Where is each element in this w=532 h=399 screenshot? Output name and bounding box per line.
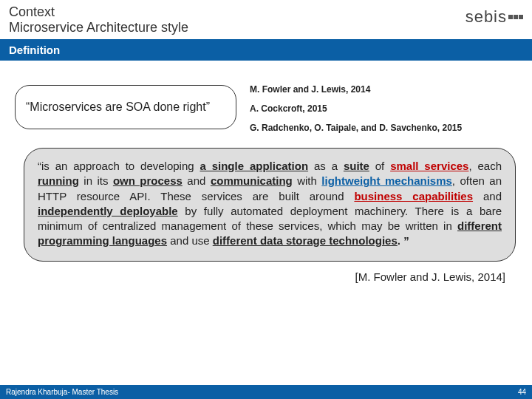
slide-header: Context Microservice Architecture style … <box>0 0 532 38</box>
q-inits: in its <box>79 174 113 187</box>
q-diff-data: different data storage technologies <box>213 234 398 247</box>
references-list: M. Fowler and J. Lewis, 2014 A. Cockcrof… <box>250 81 462 133</box>
reference-3: G. Radchenko, O. Taipale, and D. Savchen… <box>250 123 462 133</box>
footer-bar: Rajendra Kharbuja- Master Thesis 44 <box>0 385 532 399</box>
q-own-process: own process <box>113 174 183 187</box>
header-subtitle: Microservice Architecture style <box>9 20 188 35</box>
soa-quote-box: “Microservices are SOA done right” <box>15 85 236 129</box>
header-context: Context <box>9 4 188 20</box>
footer-author: Rajendra Kharbuja- Master Thesis <box>6 388 118 396</box>
definition-bar: Definition <box>0 38 532 61</box>
header-title-block: Context Microservice Architecture style <box>9 4 188 35</box>
q-anduse: and use <box>167 234 213 247</box>
logo-text: sebis <box>466 7 507 27</box>
q-single-app: a single application <box>200 160 308 172</box>
q-close: . ” <box>398 234 409 247</box>
q-and2: and <box>473 190 502 202</box>
definition-quote-box: “is an approach to developing a single a… <box>24 148 516 262</box>
q-suite: suite <box>344 160 369 172</box>
q-biz-cap: business capabilities <box>354 190 473 202</box>
logo-squares-icon <box>508 15 523 19</box>
q-open: “is an approach to developing <box>38 160 200 172</box>
q-with: with <box>293 174 322 187</box>
attribution: [M. Fowler and J. Lewis, 2014] <box>0 270 505 283</box>
q-running: running <box>38 174 79 187</box>
q-communicating: communicating <box>211 174 293 187</box>
q-indep-deploy: independently deployable <box>38 205 178 217</box>
reference-2: A. Cockcroft, 2015 <box>250 103 462 114</box>
sebis-logo: sebis <box>466 4 523 27</box>
reference-1: M. Fowler and J. Lewis, 2014 <box>250 84 462 95</box>
q-as: as a <box>308 160 344 172</box>
q-and: and <box>183 174 211 187</box>
q-lightweight: lightweight mechanisms <box>321 174 452 187</box>
page-number: 44 <box>518 388 526 396</box>
q-small-services: small services <box>390 160 468 172</box>
quote-row: “Microservices are SOA done right” M. Fo… <box>0 61 532 140</box>
q-of: of <box>369 160 390 172</box>
q-each: , each <box>468 160 502 172</box>
